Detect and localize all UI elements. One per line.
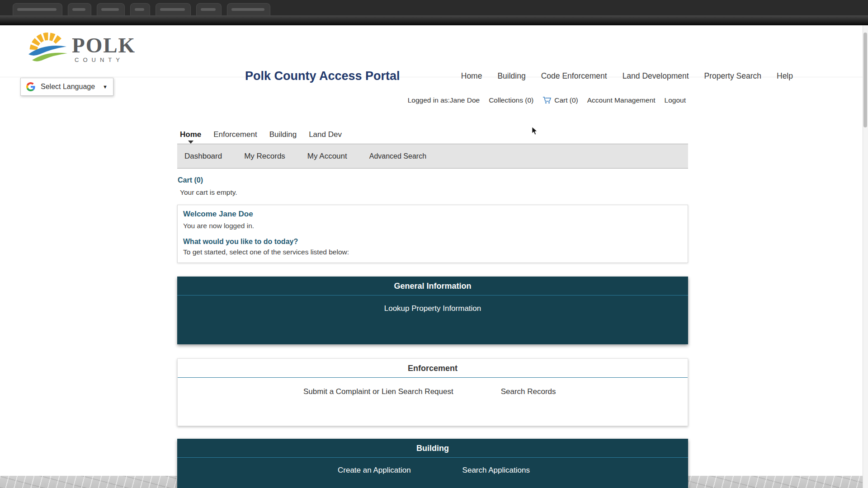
link-search-records[interactable]: Search Records [501, 387, 556, 396]
subnav-my-account[interactable]: My Account [307, 152, 347, 161]
account-management-link[interactable]: Account Management [587, 96, 656, 104]
scrollbar-track[interactable] [863, 25, 868, 488]
panel-building-title: Building [177, 439, 688, 457]
panel-enforcement-title: Enforcement [178, 359, 688, 377]
browser-tab-bar [0, 0, 868, 15]
browser-tab[interactable] [130, 3, 150, 15]
chevron-down-icon: ▼ [103, 84, 108, 89]
panel-building-links: Create an Application Search Application… [177, 458, 688, 475]
language-selector[interactable]: Select Language ▼ [20, 78, 113, 96]
scrollbar-thumb[interactable] [863, 33, 867, 127]
link-create-application[interactable]: Create an Application [338, 466, 411, 475]
welcome-prompt: What would you like to do today? [183, 238, 682, 246]
subnav-dashboard[interactable]: Dashboard [184, 152, 222, 161]
module-tabs: Home Enforcement Building Land Dev [180, 130, 342, 142]
browser-tab[interactable] [156, 3, 191, 15]
nav-property-search[interactable]: Property Search [704, 71, 761, 81]
subnav-advanced-search[interactable]: Advanced Search [369, 152, 426, 160]
cart-icon [542, 97, 552, 104]
logged-in-as-label: Logged in as:Jane Doe [408, 96, 480, 104]
panel-building: Building Create an Application Search Ap… [177, 439, 688, 488]
panel-general-information-title: General Information [177, 277, 688, 295]
link-lookup-property-information[interactable]: Lookup Property Information [384, 304, 481, 313]
link-submit-complaint[interactable]: Submit a Complaint or Lien Search Reques… [303, 387, 453, 396]
browser-tab[interactable] [196, 3, 222, 15]
subnav-my-records[interactable]: My Records [244, 152, 285, 161]
google-icon [26, 82, 35, 91]
browser-tab[interactable] [13, 3, 62, 15]
nav-help[interactable]: Help [777, 71, 793, 81]
cart-empty-message: Your cart is empty. [178, 188, 237, 197]
tab-building[interactable]: Building [269, 130, 297, 142]
nav-home[interactable]: Home [461, 71, 482, 81]
welcome-panel: Welcome Jane Doe You are now logged in. … [177, 205, 688, 263]
logo-word: POLK [72, 35, 136, 56]
language-label: Select Language [41, 83, 95, 91]
browser-tab[interactable] [227, 3, 270, 15]
collections-link[interactable]: Collections (0) [489, 96, 533, 104]
nav-code-enforcement[interactable]: Code Enforcement [541, 71, 607, 81]
tab-land-dev[interactable]: Land Dev [309, 130, 342, 142]
panel-general-information: General Information Lookup Property Info… [177, 277, 688, 344]
sub-nav-bar: Dashboard My Records My Account Advanced… [177, 144, 688, 169]
browser-toolbar-strip [0, 15, 868, 25]
logo-text: POLK COUNTY [72, 35, 136, 63]
cart-summary-link[interactable]: Cart (0) [178, 176, 237, 184]
tab-home[interactable]: Home [180, 130, 201, 142]
nav-land-development[interactable]: Land Development [623, 71, 689, 81]
logo-subword: COUNTY [72, 56, 136, 63]
nav-building[interactable]: Building [497, 71, 525, 81]
polk-county-portal-page: POLK COUNTY Polk County Access Portal Ho… [0, 0, 868, 488]
welcome-instructions: To get started, select one of the servic… [183, 248, 682, 256]
browser-tab[interactable] [68, 3, 91, 15]
cart-summary: Cart (0) Your cart is empty. [178, 176, 237, 197]
cart-link-label: Cart (0) [554, 96, 578, 104]
panel-enforcement: Enforcement Submit a Complaint or Lien S… [177, 358, 688, 426]
cart-link[interactable]: Cart (0) [542, 96, 578, 104]
welcome-status: You are now logged in. [183, 222, 682, 230]
panel-general-information-links: Lookup Property Information [177, 296, 688, 313]
browser-chrome [0, 0, 868, 25]
polk-county-logo: POLK COUNTY [26, 31, 136, 67]
panel-enforcement-links: Submit a Complaint or Lien Search Reques… [178, 378, 688, 396]
main-nav: Home Building Code Enforcement Land Deve… [461, 71, 793, 81]
site-header: POLK COUNTY Polk County Access Portal Ho… [0, 25, 868, 77]
welcome-title: Welcome Jane Doe [183, 210, 682, 219]
tab-enforcement[interactable]: Enforcement [213, 130, 257, 142]
status-bar: Logged in as:Jane Doe Collections (0) Ca… [408, 96, 686, 104]
page-title: Polk County Access Portal [245, 69, 400, 83]
browser-tab[interactable] [97, 3, 125, 15]
link-search-applications[interactable]: Search Applications [462, 466, 530, 475]
polk-logo-graphic [26, 31, 69, 67]
mouse-cursor [532, 127, 538, 137]
logout-link[interactable]: Logout [665, 96, 686, 104]
